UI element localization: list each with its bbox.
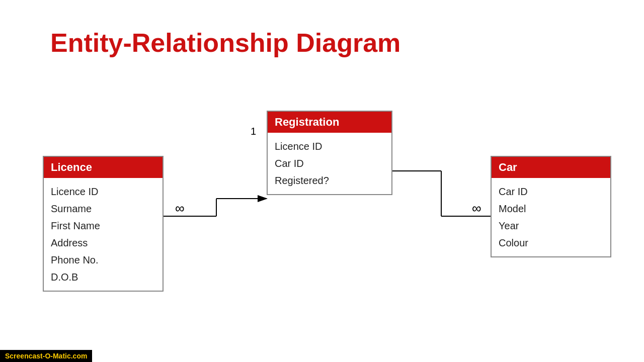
licence-field-1: Licence ID bbox=[51, 183, 155, 200]
car-header: Car bbox=[492, 157, 610, 178]
licence-body: Licence ID Surname First Name Address Ph… bbox=[44, 178, 163, 291]
cardinality-licence-label: ∞ bbox=[175, 201, 185, 216]
car-field-3: Year bbox=[499, 217, 603, 234]
car-entity: Car Car ID Model Year Colour bbox=[491, 156, 611, 257]
registration-header: Registration bbox=[268, 112, 391, 133]
registration-entity: Registration Licence ID Car ID Registere… bbox=[267, 111, 392, 195]
car-field-2: Model bbox=[499, 200, 603, 217]
watermark-text-black: Screencast-O-Matic bbox=[5, 352, 71, 360]
licence-field-5: Phone No. bbox=[51, 251, 155, 268]
car-body: Car ID Model Year Colour bbox=[492, 178, 610, 256]
watermark: Screencast-O-Matic.com bbox=[0, 350, 92, 362]
licence-field-6: D.O.B bbox=[51, 268, 155, 286]
cardinality-one-label: 1 bbox=[251, 126, 256, 137]
car-field-4: Colour bbox=[499, 234, 603, 251]
licence-entity: Licence Licence ID Surname First Name Ad… bbox=[43, 156, 164, 292]
cardinality-car-label: ∞ bbox=[472, 201, 481, 216]
car-field-1: Car ID bbox=[499, 183, 603, 200]
registration-body: Licence ID Car ID Registered? bbox=[268, 133, 391, 194]
page-title: Entity-Relationship Diagram bbox=[50, 28, 400, 58]
registration-field-1: Licence ID bbox=[275, 138, 384, 155]
registration-field-2: Car ID bbox=[275, 155, 384, 172]
licence-header: Licence bbox=[44, 157, 163, 178]
watermark-text-yellow: .com bbox=[71, 352, 88, 360]
licence-field-2: Surname bbox=[51, 200, 155, 217]
licence-field-4: Address bbox=[51, 234, 155, 251]
registration-field-3: Registered? bbox=[275, 172, 384, 189]
licence-field-3: First Name bbox=[51, 217, 155, 234]
